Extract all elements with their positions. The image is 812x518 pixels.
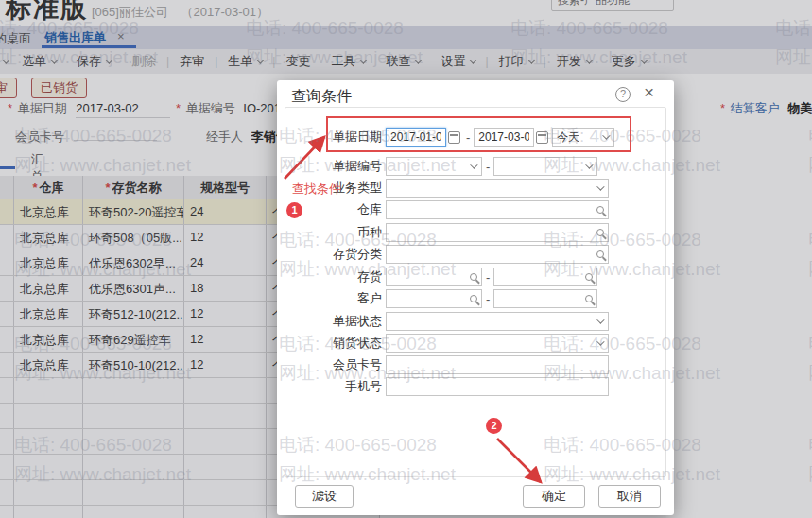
field-label: 存货分类 [277, 246, 386, 263]
range-dash: - [482, 270, 493, 285]
filter-settings-button[interactable]: 滤设 [295, 485, 354, 508]
search-icon[interactable] [585, 295, 593, 302]
calendar-icon[interactable] [536, 131, 548, 144]
field-row-item-class: 存货分类 [277, 245, 609, 264]
step-1-badge: 1 [286, 202, 302, 218]
field-row-doc-no: 单据编号 - [277, 157, 597, 176]
field-row-member-card: 会员卡号 [277, 355, 609, 374]
warehouse-input[interactable] [386, 200, 609, 219]
search-icon[interactable] [596, 229, 604, 236]
doc-no-to-select[interactable] [493, 157, 597, 176]
query-dialog: 查询条件 ? × 单据日期 - 今天 单据编号 - 业务类型 仓库 [277, 80, 674, 515]
field-label: 单据状态 [277, 313, 386, 330]
field-row-item: 存货 - [277, 268, 597, 286]
search-icon[interactable] [585, 273, 593, 281]
chevron-down-icon [586, 161, 594, 168]
member-card-input[interactable] [386, 355, 609, 374]
field-label: 手机号 [277, 378, 386, 395]
chevron-down-icon [596, 337, 604, 345]
search-icon[interactable] [470, 295, 477, 302]
field-label: 客户 [277, 290, 386, 307]
range-dash: - [462, 130, 474, 145]
field-row-currency: 币种 [277, 223, 609, 242]
field-row-customer: 客户 - [277, 289, 597, 308]
ok-button[interactable]: 确定 [523, 485, 585, 508]
field-label: 会员卡号 [277, 356, 386, 373]
calendar-icon[interactable] [448, 131, 460, 144]
field-label: 销货状态 [277, 335, 386, 352]
field-row-doc-date: 单据日期 - 今天 [277, 128, 614, 147]
cancel-button[interactable]: 取消 [598, 485, 661, 508]
biz-type-select[interactable] [386, 179, 609, 198]
item-to-input[interactable] [493, 268, 597, 286]
range-dash: - [482, 160, 493, 174]
search-icon[interactable] [596, 250, 604, 258]
doc-status-select[interactable] [386, 312, 609, 331]
chevron-down-icon [603, 131, 611, 139]
date-to-input[interactable] [474, 128, 534, 147]
app-window: 标准版 [065]丽佳公司 （2017-03-01） 的桌面 销售出库单 × 选… [0, 0, 812, 518]
field-row-doc-status: 单据状态 [277, 312, 609, 331]
field-row-warehouse: 仓库 [277, 200, 609, 219]
mobile-input[interactable] [386, 377, 609, 396]
currency-input[interactable] [386, 223, 609, 242]
date-from-input[interactable] [386, 128, 446, 147]
field-label: 币种 [277, 224, 386, 241]
field-label: 单据日期 [277, 129, 386, 146]
search-icon[interactable] [596, 206, 604, 214]
field-label: 存货 [277, 268, 386, 285]
doc-no-from-select[interactable] [386, 157, 482, 176]
range-dash: - [482, 292, 493, 306]
date-preset-select[interactable]: 今天 [552, 128, 614, 147]
item-from-input[interactable] [386, 268, 482, 286]
find-conditions-label: 查找条件 [292, 181, 341, 198]
close-icon[interactable]: × [644, 82, 654, 103]
help-icon[interactable]: ? [615, 87, 631, 102]
item-class-input[interactable] [386, 245, 609, 264]
customer-from-input[interactable] [386, 289, 482, 308]
field-label: 单据编号 [277, 158, 386, 175]
dialog-title: 查询条件 [291, 87, 352, 107]
step-2-badge: 2 [486, 418, 502, 434]
field-row-mobile: 手机号 [277, 377, 609, 396]
search-icon[interactable] [470, 273, 477, 281]
chevron-down-icon [596, 316, 604, 323]
sale-status-select[interactable] [386, 334, 609, 353]
chevron-down-icon [596, 182, 604, 190]
customer-to-input[interactable] [493, 289, 597, 308]
chevron-down-icon [470, 161, 477, 168]
field-row-sale-status: 销货状态 [277, 334, 609, 353]
